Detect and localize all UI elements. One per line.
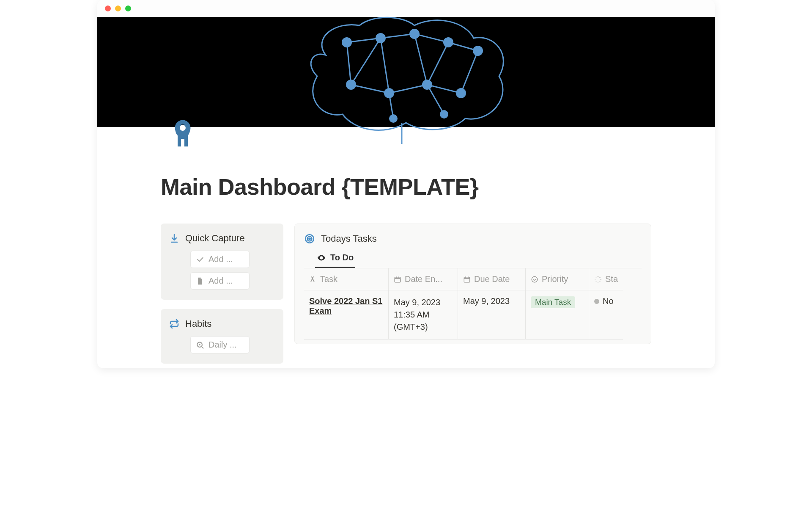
page-content: Main Dashboard {TEMPLATE} Quick Capture [97, 127, 715, 364]
todays-tasks-card: Todays Tasks To Do [294, 224, 651, 344]
add-task-label: Add ... [208, 254, 233, 264]
add-task-button[interactable]: Add ... [190, 251, 250, 268]
text-icon [309, 276, 317, 283]
svg-point-33 [321, 257, 322, 259]
brain-network-illustration [296, 13, 516, 144]
svg-point-43 [595, 279, 595, 279]
svg-point-24 [389, 114, 398, 123]
svg-point-16 [376, 33, 386, 43]
view-tabs: To Do [315, 249, 642, 268]
svg-point-38 [599, 277, 600, 278]
calendar-icon [463, 276, 471, 283]
table-header-row: Task Date En... Due Date [304, 268, 642, 290]
window-minimize-button[interactable] [115, 6, 121, 11]
repeat-icon [169, 319, 179, 329]
svg-line-0 [347, 38, 381, 42]
quick-capture-card: Quick Capture Add ... Add ... [161, 224, 283, 300]
window-maximize-button[interactable] [125, 6, 131, 11]
svg-rect-35 [464, 277, 470, 282]
svg-line-14 [427, 85, 444, 114]
target-icon [304, 233, 315, 244]
page-title[interactable]: Main Dashboard {TEMPLATE} [161, 174, 651, 200]
svg-point-42 [595, 281, 596, 282]
cell-priority: Main Task [526, 290, 589, 340]
column-status-label: Sta [605, 274, 618, 284]
column-priority-label: Priority [542, 274, 568, 284]
chevron-down-circle-icon [531, 276, 538, 283]
quick-capture-header: Quick Capture [169, 233, 275, 244]
svg-point-15 [342, 37, 352, 47]
calendar-icon [394, 276, 401, 283]
svg-point-32 [309, 238, 310, 239]
svg-line-6 [389, 85, 427, 93]
svg-point-40 [599, 281, 600, 282]
todays-tasks-title: Todays Tasks [321, 233, 377, 244]
add-note-label: Add ... [208, 276, 233, 286]
page-icon[interactable] [169, 120, 196, 147]
column-date-entered-label: Date En... [405, 274, 442, 284]
svg-point-36 [532, 276, 538, 282]
svg-point-18 [443, 37, 453, 47]
status-dot-icon [594, 299, 599, 304]
left-column: Quick Capture Add ... Add ... [161, 224, 283, 364]
priority-tag[interactable]: Main Task [531, 296, 575, 308]
column-priority[interactable]: Priority [526, 268, 589, 290]
eye-icon [317, 253, 326, 262]
svg-line-8 [461, 51, 478, 93]
habits-title: Habits [185, 318, 211, 329]
svg-line-4 [347, 42, 351, 85]
cover-image[interactable] [97, 17, 715, 127]
svg-line-9 [381, 38, 389, 93]
tab-to-do-label: To Do [330, 253, 354, 262]
svg-line-2 [414, 34, 448, 42]
daily-habits-button[interactable]: Daily ... [190, 336, 250, 353]
column-task[interactable]: Task [304, 268, 389, 290]
svg-point-29 [199, 344, 200, 345]
column-due-date[interactable]: Due Date [458, 268, 526, 290]
add-note-button[interactable]: Add ... [190, 272, 250, 290]
cell-due-date: May 9, 2023 [458, 290, 526, 340]
column-status[interactable]: Sta [589, 268, 623, 290]
tasks-table: Task Date En... Due Date [304, 268, 642, 340]
svg-point-37 [598, 276, 598, 277]
column-task-label: Task [320, 274, 337, 284]
svg-point-22 [422, 80, 432, 90]
svg-line-10 [414, 34, 427, 85]
right-column: Todays Tasks To Do [294, 224, 651, 364]
svg-point-25 [440, 110, 448, 119]
columns-layout: Quick Capture Add ... Add ... [161, 224, 651, 364]
app-window: Main Dashboard {TEMPLATE} Quick Capture [97, 0, 715, 368]
status-chip[interactable]: No [594, 296, 618, 306]
check-icon [196, 255, 204, 264]
svg-point-17 [409, 29, 420, 39]
daily-habits-label: Daily ... [208, 340, 237, 350]
svg-line-1 [381, 34, 414, 38]
svg-line-11 [427, 42, 448, 85]
svg-point-27 [180, 125, 186, 131]
window-close-button[interactable] [105, 6, 111, 11]
svg-line-5 [351, 85, 389, 93]
habits-card: Habits Daily ... [161, 309, 283, 364]
svg-point-19 [473, 46, 483, 56]
table-row[interactable]: Solve 2022 Jan S1 Exam May 9, 2023 11:35… [304, 290, 642, 340]
column-due-date-label: Due Date [474, 274, 510, 284]
status-label: No [603, 296, 614, 306]
habits-header: Habits [169, 318, 275, 329]
search-target-icon [196, 341, 204, 349]
tab-to-do[interactable]: To Do [315, 249, 355, 268]
svg-point-39 [601, 279, 601, 279]
quick-capture-title: Quick Capture [185, 233, 245, 244]
cell-task-name[interactable]: Solve 2022 Jan S1 Exam [304, 290, 389, 340]
loading-icon [594, 276, 602, 283]
svg-point-41 [598, 282, 598, 282]
column-date-entered[interactable]: Date En... [389, 268, 458, 290]
svg-rect-34 [395, 277, 401, 282]
cell-date-entered: May 9, 2023 11:35 AM (GMT+3) [389, 290, 458, 340]
svg-point-44 [595, 277, 596, 278]
document-icon [196, 277, 204, 285]
svg-point-23 [456, 88, 466, 98]
todays-tasks-header: Todays Tasks [304, 233, 642, 244]
svg-line-7 [427, 85, 461, 93]
cell-status: No [589, 290, 623, 340]
svg-point-20 [346, 80, 356, 90]
